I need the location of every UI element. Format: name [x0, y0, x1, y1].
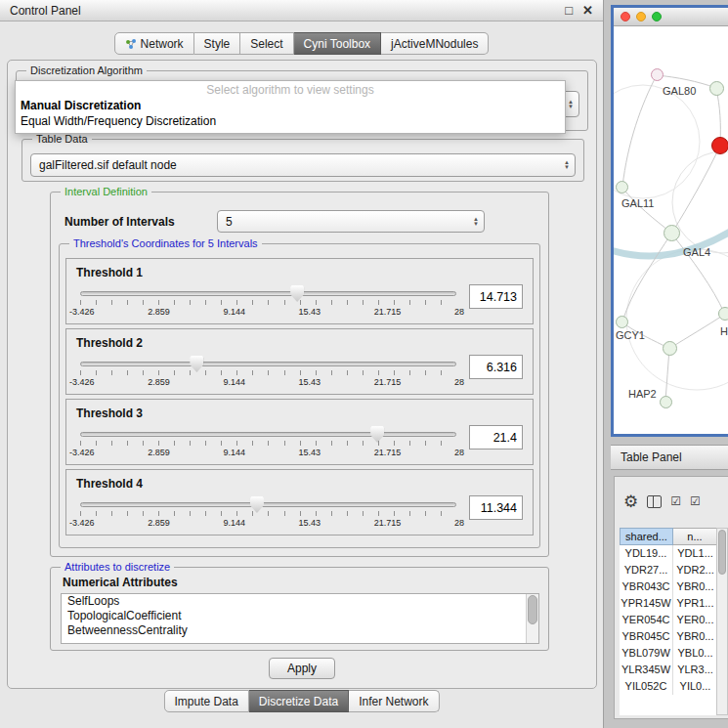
scale-label: 2.859 [148, 518, 170, 528]
control-panel-titlebar[interactable]: Control Panel □ ✕ [0, 0, 603, 21]
table-row[interactable]: YBL079W YBL0... [620, 645, 717, 662]
cell-name[interactable]: YDR2... [673, 562, 717, 578]
table-row[interactable]: YDL19... YDL1... [620, 545, 717, 562]
network-node[interactable] [664, 225, 680, 241]
cyni-bottom-tabs: Impute Data Discretize Data Infer Networ… [163, 690, 439, 712]
cell-shared-name[interactable]: YBL079W [620, 645, 673, 662]
interval-definition-group-title: Interval Definition [61, 186, 151, 198]
tab-impute-data[interactable]: Impute Data [163, 690, 248, 712]
network-node[interactable] [663, 341, 677, 356]
apply-button[interactable]: Apply [269, 658, 335, 679]
table-row[interactable]: YBR043C YBR0... [620, 578, 717, 595]
attributes-list-scrollbar[interactable] [526, 594, 538, 643]
columns-icon[interactable] [647, 495, 662, 508]
number-of-intervals-combobox[interactable]: 5 ▲▼ [217, 210, 485, 233]
threshold-4-slider[interactable]: -3.426 2.859 9.144 15.43 21.715 28 [80, 496, 456, 532]
algorithm-option-equal-width-frequency[interactable]: Equal Width/Frequency Discretization [16, 113, 565, 129]
cell-name[interactable]: YDL1... [673, 545, 717, 562]
minimize-traffic-light-icon[interactable] [636, 12, 646, 21]
cell-shared-name[interactable]: YPR145W [620, 595, 673, 612]
window-title: Control Panel [10, 4, 565, 18]
attributes-list-scrollbar-thumb[interactable] [528, 595, 537, 624]
attribute-item-betweennesscentrality[interactable]: BetweennessCentrality [62, 623, 538, 638]
scale-label: 28 [454, 377, 464, 387]
threshold-3-label: Threshold 3 [76, 407, 143, 420]
cell-shared-name[interactable]: YLR345W [620, 662, 673, 678]
numerical-attributes-heading: Numerical Attributes [63, 576, 178, 589]
network-window-titlebar[interactable] [614, 8, 728, 26]
threshold-2-label: Threshold 2 [76, 336, 143, 350]
zoom-traffic-light-icon[interactable] [652, 12, 662, 21]
table-row[interactable]: YLR345W YLR3... [620, 662, 717, 678]
slider-track[interactable] [80, 502, 456, 507]
cell-shared-name[interactable]: YIL052C [620, 678, 673, 695]
table-data-combobox[interactable]: galFiltered.sif default node ▲▼ [30, 153, 576, 177]
cell-name[interactable]: YBR0... [673, 578, 717, 595]
cell-name[interactable]: YER0... [673, 612, 717, 628]
combo-arrows-icon: ▲▼ [559, 160, 575, 170]
table-header-row: shared... n... [620, 528, 717, 545]
slider-ticks [80, 370, 456, 375]
threshold-3-slider[interactable]: -3.426 2.859 9.144 15.43 21.715 28 [80, 426, 456, 461]
select-all-checkbox-icon[interactable]: ☑ [690, 494, 701, 508]
threshold-2-value-field[interactable] [469, 355, 523, 379]
scale-label: 15.43 [299, 448, 321, 457]
tab-discretize-data[interactable]: Discretize Data [249, 690, 349, 712]
select-checkbox-icon[interactable]: ☑ [670, 494, 681, 508]
attribute-item-topologicalcoefficient[interactable]: TopologicalCoefficient [62, 609, 538, 623]
threshold-2-slider[interactable]: -3.426 2.859 9.144 15.43 21.715 28 [80, 356, 456, 391]
node-label-gal4: GAL4 [683, 246, 710, 258]
cell-shared-name[interactable]: YBR043C [620, 578, 673, 595]
network-node[interactable] [718, 307, 728, 321]
table-row[interactable]: YER054C YER0... [620, 612, 717, 628]
tab-infer-network[interactable]: Infer Network [349, 690, 439, 712]
cell-name[interactable]: YIL0... [673, 678, 717, 695]
tab-network[interactable]: Network [114, 32, 194, 55]
gear-icon[interactable]: ⚙ [623, 493, 638, 510]
table-row[interactable]: YPR145W YPR1... [620, 595, 717, 612]
network-node[interactable] [651, 68, 664, 81]
slider-scale: -3.426 2.859 9.144 15.43 21.715 28 [69, 448, 464, 457]
cell-shared-name[interactable]: YER054C [620, 612, 673, 628]
tab-select[interactable]: Select [240, 32, 293, 55]
threshold-3-value-field[interactable] [469, 425, 523, 450]
tab-cyni-toolbox[interactable]: Cyni Toolbox [294, 32, 381, 55]
cell-name[interactable]: YBL0... [673, 645, 717, 662]
close-traffic-light-icon[interactable] [621, 12, 630, 21]
threshold-1-slider[interactable]: -3.426 2.859 9.144 15.43 21.715 28 [80, 285, 456, 321]
cell-shared-name[interactable]: YDR27... [620, 562, 673, 578]
tab-jactivemnodules[interactable]: jActiveMNodules [381, 32, 489, 55]
tab-style[interactable]: Style [194, 32, 241, 55]
table-scrollbar[interactable] [716, 528, 728, 715]
network-canvas[interactable]: GAL80 GAL11 GAL4 GCY1 HAP2 H [614, 26, 728, 434]
cell-name[interactable]: YLR3... [673, 662, 717, 678]
table-scrollbar-thumb[interactable] [718, 530, 726, 575]
threshold-1-value-field[interactable] [469, 284, 523, 309]
float-window-icon[interactable]: □ [565, 3, 573, 18]
table-row[interactable]: YBR045C YBR0... [620, 628, 717, 645]
table-row[interactable]: YIL052C YIL0... [620, 678, 717, 695]
network-node[interactable] [616, 181, 628, 193]
threshold-4-value-field[interactable] [469, 495, 523, 520]
scale-label: 28 [454, 518, 464, 528]
cell-shared-name[interactable]: YDL19... [620, 545, 673, 562]
slider-track[interactable] [80, 432, 456, 437]
cell-name[interactable]: YPR1... [673, 595, 717, 612]
cyni-toolbox-pane: Discretization Algorithm ▲▼ Select algor… [7, 60, 597, 689]
table-row[interactable]: YDR27... YDR2... [620, 562, 717, 578]
column-header-shared-name[interactable]: shared... [620, 528, 673, 545]
network-node[interactable] [709, 81, 724, 96]
close-window-icon[interactable]: ✕ [582, 3, 593, 18]
slider-track[interactable] [80, 291, 456, 296]
slider-track[interactable] [80, 362, 456, 366]
control-panel-tabs: Network Style Select Cyni Toolbox jActiv… [114, 32, 490, 55]
cell-name[interactable]: YBR0... [673, 628, 717, 645]
attribute-item-selfloops[interactable]: SelfLoops [62, 594, 538, 609]
network-node[interactable] [660, 396, 672, 408]
cell-shared-name[interactable]: YBR045C [620, 628, 673, 645]
scale-label: -3.426 [69, 377, 95, 387]
algorithm-option-manual-discretization[interactable]: Manual Discretization [16, 98, 565, 113]
network-node-selected[interactable] [711, 137, 728, 154]
column-header-name[interactable]: n... [673, 528, 717, 545]
network-node[interactable] [616, 316, 628, 328]
